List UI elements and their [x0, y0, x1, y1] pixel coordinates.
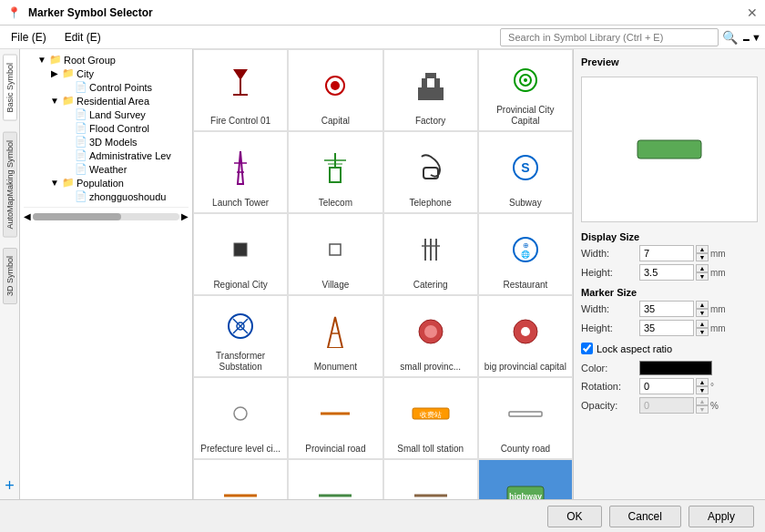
- symbol-label-big-prov: big provincial capital: [484, 362, 566, 373]
- symbol-village[interactable]: Village: [288, 213, 382, 295]
- rotation-unit: °: [710, 382, 714, 392]
- rotation-input[interactable]: [639, 378, 694, 394]
- svg-rect-51: [638, 140, 701, 159]
- tree-item-pop[interactable]: ▼ 📁 Population: [24, 176, 189, 189]
- svg-rect-22: [234, 243, 247, 256]
- opacity-down[interactable]: ▼: [696, 405, 709, 414]
- marker-height-input[interactable]: [639, 320, 694, 336]
- symbol-label-village: Village: [321, 280, 349, 291]
- tree-item-weather[interactable]: 📄 Weather: [24, 162, 189, 176]
- symbol-label-county-road: County road: [501, 444, 550, 455]
- options-button[interactable]: 🗕▼: [741, 32, 761, 43]
- cancel-button[interactable]: Cancel: [609, 506, 681, 527]
- marker-width-up[interactable]: ▲: [696, 301, 709, 309]
- height-unit: mm: [710, 268, 726, 278]
- svg-text:🌐: 🌐: [521, 250, 530, 259]
- display-width-input[interactable]: [639, 245, 694, 261]
- symbol-label-transformer: Transformer Substation: [198, 351, 283, 373]
- title-bar: 📍 Marker Symbol Selector ✕: [0, 0, 765, 26]
- display-height-down[interactable]: ▼: [696, 272, 709, 281]
- menu-edit[interactable]: Edit (E): [57, 29, 108, 46]
- tree-item-fc[interactable]: 📄 Flood Control: [24, 121, 189, 135]
- display-width-down[interactable]: ▼: [696, 253, 709, 261]
- symbol-label-provincial-capital: Provincial City Capital: [483, 105, 568, 127]
- symbol-fire-control[interactable]: Fire Control 01: [193, 49, 288, 131]
- tree-item-root[interactable]: ▼ 📁 Root Group: [24, 53, 189, 66]
- color-swatch[interactable]: [639, 361, 712, 375]
- rotation-up[interactable]: ▲: [696, 378, 709, 386]
- marker-width-down[interactable]: ▼: [696, 309, 709, 317]
- opacity-input[interactable]: [639, 397, 694, 414]
- apply-button[interactable]: Apply: [688, 506, 754, 527]
- tree-item-ls[interactable]: 📄 Land Survey: [24, 107, 189, 121]
- automapmaking-tab[interactable]: AutoMapMaking Symbol: [3, 132, 17, 238]
- tree-label-fc: Flood Control: [89, 123, 149, 134]
- svg-rect-23: [330, 244, 341, 255]
- symbol-catering[interactable]: Catering: [383, 213, 478, 295]
- symbol-small-toll[interactable]: 收费站 Small toll station: [383, 377, 478, 459]
- width-label: Width:: [581, 248, 636, 259]
- symbol-factory[interactable]: Factory: [383, 49, 478, 131]
- add-button[interactable]: +: [1, 473, 18, 499]
- tree-item-ra[interactable]: ▼ 📁 Residential Area: [24, 94, 189, 107]
- tree-item-city[interactable]: ▶ 📁 City: [24, 66, 189, 80]
- symbol-highway[interactable]: highway highway: [478, 459, 573, 499]
- symbol-label-subway: Subway: [509, 198, 542, 209]
- ok-button[interactable]: OK: [547, 506, 601, 527]
- marker-width-input[interactable]: [639, 301, 694, 317]
- symbol-county-road[interactable]: County road: [478, 377, 573, 459]
- svg-text:⊕: ⊕: [522, 241, 528, 250]
- symbol-level2[interactable]: Level 2: [193, 459, 288, 499]
- symbol-transformer[interactable]: Transformer Substation: [193, 295, 288, 377]
- symbol-national-road[interactable]: National road: [383, 459, 478, 499]
- marker-height-label: Height:: [581, 322, 636, 333]
- 3d-symbol-tab[interactable]: 3D Symbol: [3, 248, 17, 304]
- display-height-input[interactable]: [639, 264, 694, 281]
- preview-label: Preview: [581, 56, 758, 67]
- tree-panel: ▼ 📁 Root Group ▶ 📁 City 📄 Control Points…: [20, 49, 193, 499]
- tree-item-3d[interactable]: 📄 3D Models: [24, 135, 189, 148]
- symbol-telecom[interactable]: Telecom: [288, 131, 382, 213]
- tree-item-zhong[interactable]: 📄 zhongguoshoudu: [24, 189, 189, 203]
- marker-height-down[interactable]: ▼: [696, 328, 709, 336]
- opacity-up[interactable]: ▲: [696, 397, 709, 405]
- symbol-small-prov[interactable]: small provinc...: [383, 295, 478, 377]
- marker-height-up[interactable]: ▲: [696, 320, 709, 328]
- symbol-big-prov[interactable]: big provincial capital: [478, 295, 573, 377]
- search-input[interactable]: [500, 28, 719, 46]
- menu-file[interactable]: File (E): [4, 29, 54, 46]
- window-icon: 📍: [7, 6, 21, 19]
- symbol-prefecture[interactable]: Prefecture level ci...: [193, 377, 288, 459]
- symbol-subway[interactable]: S Subway: [478, 131, 573, 213]
- symbol-label-factory: Factory: [415, 116, 445, 127]
- search-button[interactable]: 🔍: [722, 30, 738, 45]
- symbol-label-catering: Catering: [413, 280, 448, 291]
- preview-box: [581, 77, 758, 222]
- tree-item-al[interactable]: 📄 Administrative Lev: [24, 148, 189, 162]
- tree-label-weather: Weather: [89, 164, 127, 175]
- symbol-capital[interactable]: Capital: [288, 49, 382, 131]
- symbol-restaurant[interactable]: ⊕ 🌐 Restaurant: [478, 213, 573, 295]
- svg-rect-45: [509, 412, 542, 416]
- symbol-regional-city[interactable]: Regional City: [193, 213, 288, 295]
- symbol-monument[interactable]: Monument: [288, 295, 382, 377]
- close-button[interactable]: ✕: [747, 5, 758, 20]
- svg-point-40: [521, 327, 530, 336]
- tree-scroll-left[interactable]: ◀: [24, 211, 31, 221]
- symbol-launch-tower[interactable]: Launch Tower: [193, 131, 288, 213]
- symbol-provincial-road[interactable]: Provincial road: [288, 377, 382, 459]
- rotation-down[interactable]: ▼: [696, 386, 709, 394]
- symbol-provincial-capital[interactable]: Provincial City Capital: [478, 49, 573, 131]
- display-height-up[interactable]: ▲: [696, 264, 709, 272]
- tree-item-cp[interactable]: 📄 Control Points: [24, 80, 189, 94]
- marker-width-unit: mm: [710, 304, 726, 314]
- basic-symbol-tab[interactable]: Basic Symbol: [3, 55, 17, 121]
- tree-label-ls: Land Survey: [89, 109, 146, 120]
- display-width-up[interactable]: ▲: [696, 245, 709, 253]
- lock-aspect-checkbox[interactable]: [581, 343, 593, 354]
- symbol-label-launch-tower: Launch Tower: [212, 198, 269, 209]
- bottom-bar: OK Cancel Apply: [0, 499, 765, 532]
- tree-scroll-right[interactable]: ▶: [181, 211, 189, 221]
- symbol-level1[interactable]: Level 1: [288, 459, 382, 499]
- symbol-telephone[interactable]: Telephone: [383, 131, 478, 213]
